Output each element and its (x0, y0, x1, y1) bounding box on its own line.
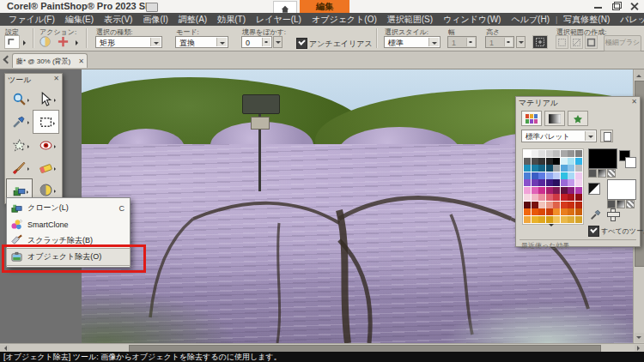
color-swatch[interactable] (553, 179, 560, 186)
color-swatch[interactable] (553, 172, 560, 179)
color-swatch[interactable] (538, 216, 545, 223)
tab-gradient[interactable] (544, 111, 565, 126)
palette-select[interactable]: 標準パレット (521, 130, 597, 142)
color-swatch[interactable] (538, 150, 545, 157)
menu-item[interactable]: 選択範囲(S) (382, 13, 438, 26)
pick-tool[interactable] (33, 87, 59, 110)
color-swatch[interactable] (553, 194, 560, 201)
restore-icon[interactable] (611, 2, 621, 10)
color-swatch[interactable] (575, 179, 582, 186)
color-swatch[interactable] (575, 216, 582, 223)
color-swatch[interactable] (532, 194, 538, 201)
selection-type-select[interactable]: 矩形 (95, 36, 162, 48)
color-swatch[interactable] (568, 172, 574, 179)
preset-button[interactable] (4, 35, 20, 49)
color-swatch[interactable] (524, 202, 531, 208)
scroll-right-icon[interactable] (635, 345, 644, 352)
tab-edit[interactable]: 編集 (300, 0, 349, 13)
color-swatch[interactable] (538, 165, 545, 172)
menu-item-smartclone[interactable]: SmartClone (7, 216, 130, 232)
close-icon[interactable] (629, 2, 639, 10)
color-swatch[interactable] (524, 187, 531, 194)
tool-flyout-icon[interactable] (53, 122, 57, 125)
color-swatch[interactable] (532, 202, 538, 208)
color-swatch[interactable] (561, 216, 568, 223)
color-swatch[interactable] (561, 179, 568, 186)
color-swatch[interactable] (568, 202, 574, 208)
color-swatch[interactable] (561, 187, 568, 194)
menu-item[interactable]: 画像(I) (137, 13, 173, 26)
width-input[interactable]: 1 (447, 36, 477, 48)
fg-solid-icon[interactable] (588, 169, 597, 178)
paint-brush-tool[interactable] (6, 156, 33, 178)
color-swatch[interactable] (532, 179, 538, 186)
color-swatch[interactable] (538, 194, 545, 201)
menu-item[interactable]: パレット(B) (615, 13, 644, 26)
tab-pattern[interactable] (568, 111, 588, 126)
chevron-down-icon[interactable] (216, 38, 227, 46)
color-swatch[interactable] (568, 165, 574, 172)
color-swatch[interactable] (561, 194, 568, 201)
tool-flyout-icon[interactable] (27, 190, 30, 194)
color-swatch[interactable] (524, 165, 531, 172)
chevron-down-icon[interactable] (585, 131, 595, 141)
color-swatch[interactable] (561, 172, 568, 179)
color-swatch[interactable] (575, 165, 582, 172)
dropper-tool[interactable] (6, 110, 33, 132)
color-swatch[interactable] (553, 158, 560, 165)
actions-dropdown-arrow[interactable] (76, 40, 81, 45)
color-swatch[interactable] (568, 208, 574, 215)
tools-palette-close-icon[interactable]: ✕ (53, 75, 59, 82)
color-swatch[interactable] (546, 172, 553, 179)
menu-item-scratch-remover[interactable]: スクラッチ除去(B) (7, 232, 130, 249)
spinner-icon[interactable] (466, 38, 475, 46)
color-swatch[interactable] (532, 208, 538, 215)
color-swatch[interactable] (524, 150, 531, 157)
color-swatch[interactable] (553, 202, 560, 208)
color-swatch[interactable] (553, 165, 560, 172)
tab-scroll-left-icon[interactable] (3, 55, 9, 63)
color-swatch[interactable] (524, 179, 531, 186)
menu-item-object-remover[interactable]: オブジェクト除去(O) (7, 249, 130, 265)
color-swatch[interactable] (532, 158, 538, 165)
color-swatch[interactable] (546, 194, 553, 201)
color-swatch[interactable] (568, 158, 574, 165)
red-eye-tool[interactable] (33, 134, 59, 156)
color-swatch[interactable] (538, 158, 545, 165)
spinner-icon[interactable] (504, 38, 513, 46)
menu-item[interactable]: 編集(E) (60, 13, 99, 26)
color-swatch[interactable] (575, 150, 582, 157)
color-swatch[interactable] (538, 179, 545, 186)
menu-item[interactable]: レイヤー(L) (251, 13, 307, 26)
color-swatch[interactable] (575, 158, 582, 165)
create-from-transparency-button[interactable] (570, 35, 583, 49)
scroll-up-icon[interactable] (635, 69, 644, 79)
menu-item[interactable]: ヘルプ(H) (506, 13, 555, 26)
color-swatch[interactable] (568, 179, 574, 186)
color-swatch[interactable] (524, 194, 531, 201)
color-swatch[interactable] (546, 187, 553, 194)
tool-flyout-icon[interactable] (54, 167, 58, 171)
color-swatch[interactable] (538, 187, 545, 194)
color-swatch[interactable] (546, 179, 553, 186)
action-preset-button[interactable] (39, 35, 54, 49)
zoom-tool[interactable] (6, 87, 33, 110)
antialias-checkbox[interactable] (296, 38, 307, 49)
tool-flyout-icon[interactable] (54, 145, 58, 148)
materials-palette-close-icon[interactable]: ✕ (631, 98, 637, 106)
fg-gradient-icon[interactable] (598, 169, 606, 178)
custom-selection-button[interactable] (532, 35, 548, 49)
height-dropdown[interactable] (516, 36, 526, 48)
color-swatch[interactable] (568, 150, 574, 157)
all-tools-checkbox[interactable] (588, 226, 599, 237)
document-tab[interactable]: 藤* @ 30% (背景) ✕ (12, 53, 88, 68)
menu-item[interactable]: 調整(A) (173, 13, 212, 26)
transparent-color-icon[interactable] (607, 208, 618, 220)
color-swatch[interactable] (524, 208, 531, 215)
color-swatch[interactable] (575, 208, 582, 215)
tool-flyout-icon[interactable] (27, 121, 31, 124)
color-swatch[interactable] (575, 187, 582, 194)
color-swatch[interactable] (575, 202, 582, 208)
menu-item-clone[interactable]: クローン(L)C (7, 200, 130, 216)
color-swatch[interactable] (532, 187, 538, 194)
